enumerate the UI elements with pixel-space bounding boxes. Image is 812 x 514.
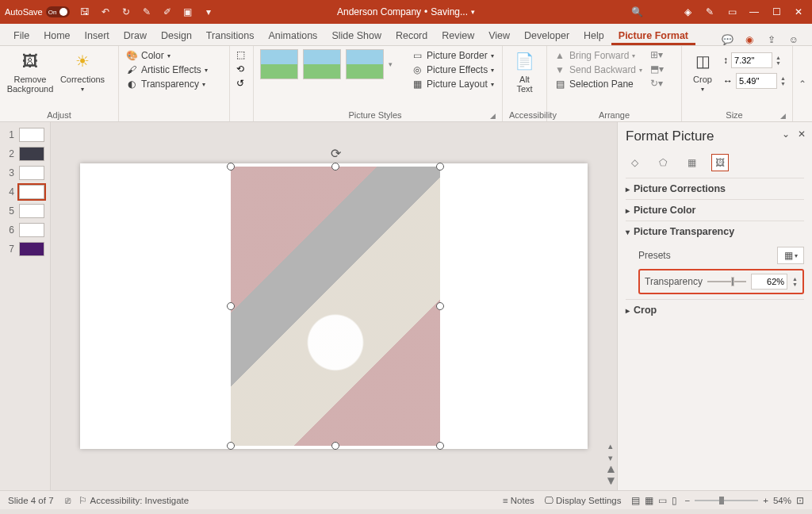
normal-view-icon[interactable]: ▤ xyxy=(631,495,640,506)
slideshow-view-icon[interactable]: ▯ xyxy=(672,495,677,506)
artistic-effects-menu[interactable]: 🖌Artistic Effects▾ xyxy=(125,63,208,76)
resize-handle[interactable] xyxy=(436,442,444,450)
save-icon[interactable]: 🖫 xyxy=(78,6,92,17)
transparency-menu[interactable]: ◐Transparency▾ xyxy=(125,78,205,90)
tab-view[interactable]: View xyxy=(481,26,517,45)
window-icon[interactable]: ▭ xyxy=(723,6,741,17)
size-props-icon[interactable]: ▦ xyxy=(683,154,700,171)
pane-close-icon[interactable]: ✕ xyxy=(798,128,806,140)
prev-slide-icon[interactable]: ⯅ xyxy=(607,465,615,474)
zoom-value[interactable]: 54% xyxy=(773,496,791,505)
vertical-scrollbar[interactable]: ▴ ▾ ⯅ ⯆ xyxy=(604,122,617,490)
slide-canvas[interactable]: ⟳ ▴ ▾ ⯅ ⯆ xyxy=(51,122,617,490)
section-header[interactable]: ▸Picture Color xyxy=(626,205,804,216)
spinner-icon[interactable]: ▲▼ xyxy=(780,75,786,86)
comments-icon[interactable]: 💬 xyxy=(720,34,734,45)
redo-icon[interactable]: ↻ xyxy=(119,6,133,17)
style-thumb[interactable] xyxy=(260,49,298,79)
present-icon[interactable]: ▣ xyxy=(181,6,195,17)
style-thumb[interactable] xyxy=(346,49,384,79)
thumb-5[interactable]: 5 xyxy=(0,201,50,221)
corrections-button[interactable]: ☀ Corrections ▾ xyxy=(59,49,106,93)
tab-file[interactable]: File xyxy=(6,26,36,45)
fill-line-icon[interactable]: ◇ xyxy=(626,154,643,171)
scroll-down-icon[interactable]: ▾ xyxy=(608,453,613,463)
current-slide[interactable]: ⟳ xyxy=(80,163,588,449)
section-header[interactable]: ▸Crop xyxy=(626,305,804,316)
spinner-icon[interactable]: ▲▼ xyxy=(776,55,781,66)
minimize-button[interactable]: — xyxy=(745,6,763,17)
notes-button[interactable]: ≡ Notes xyxy=(503,496,534,505)
style-thumb[interactable] xyxy=(303,49,341,79)
resize-handle[interactable] xyxy=(227,302,235,310)
selected-picture[interactable]: ⟳ xyxy=(231,167,440,446)
tab-design[interactable]: Design xyxy=(154,26,199,45)
chevron-down-icon[interactable]: ▾ xyxy=(471,8,475,16)
display-settings-button[interactable]: 🖵 Display Settings xyxy=(544,496,622,505)
tab-record[interactable]: Record xyxy=(389,26,435,45)
close-button[interactable]: ✕ xyxy=(790,6,807,17)
transparency-value-input[interactable] xyxy=(751,274,787,290)
resize-handle[interactable] xyxy=(331,442,339,450)
share-icon[interactable]: ⇪ xyxy=(764,34,779,45)
reading-view-icon[interactable]: ▭ xyxy=(658,495,667,506)
presets-dropdown[interactable]: ▦ ▾ xyxy=(777,247,804,264)
transparency-slider[interactable] xyxy=(707,275,746,288)
tab-review[interactable]: Review xyxy=(435,26,481,45)
spinner-icon[interactable]: ▲▼ xyxy=(792,276,798,287)
align-icon[interactable]: ⊞▾ xyxy=(650,49,664,60)
send-backward-button[interactable]: ▼Send Backward▾ xyxy=(553,63,642,76)
picture-border-menu[interactable]: ▭Picture Border▾ xyxy=(411,49,494,62)
picture-layout-menu[interactable]: ▦Picture Layout▾ xyxy=(411,78,494,90)
section-header[interactable]: ▾Picture Transparency xyxy=(626,226,804,237)
resize-handle[interactable] xyxy=(227,442,235,450)
autosave-switch[interactable]: On xyxy=(46,6,70,17)
slide-counter[interactable]: Slide 4 of 7 xyxy=(8,496,54,505)
rotate-handle-icon[interactable]: ⟳ xyxy=(331,146,341,161)
tab-insert[interactable]: Insert xyxy=(78,26,117,45)
touch-mode-icon[interactable]: ✎ xyxy=(140,6,154,17)
account-icon[interactable]: ☺ xyxy=(787,34,801,45)
document-title[interactable]: Anderson Company • Saving... ▾ xyxy=(337,6,475,17)
thumb-2[interactable]: 2 xyxy=(0,144,50,163)
diamond-icon[interactable]: ◈ xyxy=(679,6,696,17)
accessibility-status[interactable]: Accessibility: Investigate xyxy=(90,496,190,505)
tab-animations[interactable]: Animations xyxy=(262,26,325,45)
zoom-out-icon[interactable]: − xyxy=(685,496,691,505)
rotate-icon[interactable]: ↻▾ xyxy=(650,78,664,89)
group-icon[interactable]: ⬒▾ xyxy=(650,63,664,75)
ink-icon[interactable]: ✐ xyxy=(160,6,174,17)
gallery-more-icon[interactable]: ▾ xyxy=(389,49,400,79)
style-gallery[interactable]: ▾ xyxy=(260,49,400,79)
crop-button[interactable]: ◫Crop▾ xyxy=(688,49,717,93)
remove-background-button[interactable]: 🖼 Remove Background xyxy=(6,49,54,94)
undo-icon[interactable]: ↶ xyxy=(98,6,113,17)
scroll-up-icon[interactable]: ▴ xyxy=(608,441,613,451)
fit-window-icon[interactable]: ⊡ xyxy=(796,495,804,506)
sorter-view-icon[interactable]: ▦ xyxy=(645,495,653,506)
section-header[interactable]: ▸Picture Corrections xyxy=(626,183,804,194)
thumb-6[interactable]: 6 xyxy=(0,221,50,240)
tab-transitions[interactable]: Transitions xyxy=(199,26,262,45)
resize-handle[interactable] xyxy=(436,163,444,171)
selection-pane-button[interactable]: ▤Selection Pane xyxy=(553,78,642,90)
width-input[interactable]: ↔▲▼ xyxy=(723,73,786,89)
tab-slideshow[interactable]: Slide Show xyxy=(324,26,389,45)
resize-handle[interactable] xyxy=(436,302,444,310)
zoom-in-icon[interactable]: + xyxy=(763,496,768,505)
tab-developer[interactable]: Developer xyxy=(517,26,576,45)
tab-picture-format[interactable]: Picture Format xyxy=(611,26,695,45)
zoom-slider[interactable] xyxy=(695,495,758,506)
thumb-3[interactable]: 3 xyxy=(0,163,50,182)
height-input[interactable]: ↕▲▼ xyxy=(723,52,786,68)
tab-draw[interactable]: Draw xyxy=(117,26,154,45)
tab-home[interactable]: Home xyxy=(36,26,77,45)
collapse-ribbon-icon[interactable]: ⌃ xyxy=(793,46,812,121)
bring-forward-button[interactable]: ▲Bring Forward▾ xyxy=(553,49,642,62)
pane-options-icon[interactable]: ⌄ xyxy=(782,128,790,140)
compress-pictures-icon[interactable]: ⬚ xyxy=(236,49,245,60)
next-slide-icon[interactable]: ⯆ xyxy=(607,476,615,485)
maximize-button[interactable]: ☐ xyxy=(768,6,785,17)
reset-picture-icon[interactable]: ↺ xyxy=(236,78,244,89)
tab-help[interactable]: Help xyxy=(576,26,611,45)
